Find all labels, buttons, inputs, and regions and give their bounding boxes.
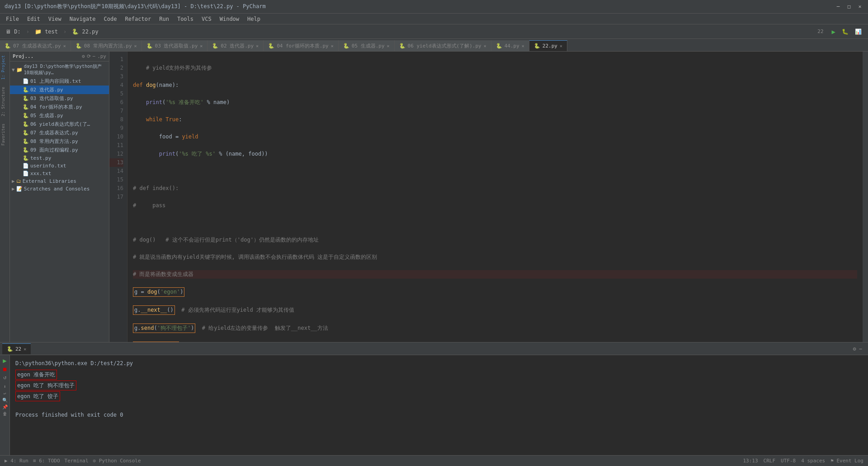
vtab-structure[interactable]: 2: Structure	[0, 83, 9, 120]
output-box-2: egon 吃了 狗不理包子	[15, 380, 76, 390]
menu-run[interactable]: Run	[156, 15, 173, 23]
run-tab-bar: 🐍 22 ✕ ⚙ −	[0, 342, 868, 355]
toolbar-folder[interactable]: 📁 test	[33, 28, 60, 36]
tab-08-builtin[interactable]: 🐍 08 常用内置方法.py ✕	[71, 40, 142, 51]
title-bar: day13 [D:\python教学\python脱产10期视频\day13\代…	[0, 0, 868, 14]
status-python-console[interactable]: ⊙ Python Console	[93, 458, 141, 464]
menu-view[interactable]: View	[45, 15, 65, 23]
tree-external-libs[interactable]: ▶ 🗂 External Libraries	[10, 177, 109, 185]
settings-icon[interactable]: ⚙	[853, 346, 856, 352]
toolbar-drive[interactable]: 🖥 D:	[4, 28, 23, 36]
tab-44[interactable]: 🐍 44.py ✕	[491, 40, 529, 51]
gear-icon[interactable]: ⚙	[82, 53, 85, 59]
tab-03-iter[interactable]: 🐍 03 迭代器取值.py ✕	[142, 40, 208, 51]
toolbar-file[interactable]: 🐍 22.py	[70, 28, 100, 36]
code-line-15: g.__next__() # 必须先将代码运行至yield 才能够为其传值	[133, 305, 857, 315]
txt-icon-userinfo: 📄	[23, 163, 29, 169]
tab-close-05[interactable]: ✕	[387, 43, 390, 48]
tree-file-01[interactable]: 📄 01 上周内容回顾.txt	[10, 77, 109, 86]
run-trash-icon[interactable]: 🗑	[3, 411, 7, 416]
tab-06-yield[interactable]: 🐍 06 yield表达式形式(了解).py ✕	[395, 40, 491, 51]
tree-scratches[interactable]: ▶ 📝 Scratches and Consoles	[10, 185, 109, 193]
minimize-button[interactable]: ─	[835, 3, 842, 10]
status-terminal[interactable]: Terminal	[65, 458, 89, 464]
tab-close-06[interactable]: ✕	[484, 43, 486, 48]
run-scroll-icon[interactable]: ⬇	[3, 384, 6, 389]
menu-window[interactable]: Window	[216, 15, 243, 23]
run-wrap-icon[interactable]: ↩	[3, 391, 6, 396]
tab-05-gen[interactable]: 🐍 05 生成器.py ✕	[339, 40, 395, 51]
menu-code[interactable]: Code	[100, 15, 121, 23]
status-indent[interactable]: 4 spaces	[801, 458, 825, 464]
run-tab-close[interactable]: ✕	[24, 347, 26, 352]
tab-close-04[interactable]: ✕	[331, 43, 334, 48]
status-run[interactable]: ▶ 4: Run	[5, 458, 28, 464]
tab-07-gen[interactable]: 🐍 07 生成器表达式.py ✕	[0, 40, 71, 51]
tab-icon-05: 🐍	[343, 43, 349, 49]
py-icon-07: 🐍	[23, 130, 29, 136]
tab-02-iter[interactable]: 🐍 02 迭代器.py ✕	[208, 40, 264, 51]
sync-icon[interactable]: ⟳	[87, 53, 91, 59]
tree-file-xxx[interactable]: 📄 xxx.txt	[10, 170, 109, 177]
tree-file-userinfo[interactable]: 📄 userinfo.txt	[10, 162, 109, 170]
run-pin-icon[interactable]: 📌	[2, 404, 8, 409]
line-num-17: 17	[109, 193, 123, 201]
tab-close-22[interactable]: ✕	[560, 43, 562, 48]
run-play-icon[interactable]: ▶	[3, 357, 6, 364]
tree-root[interactable]: ▼ 📁 day13 D:\python教学\python脱产10期视频\py…	[10, 62, 109, 77]
tab-close-03[interactable]: ✕	[200, 43, 203, 48]
line-num-3: 3	[109, 72, 123, 81]
tab-icon-08: 🐍	[75, 43, 82, 49]
menu-tools[interactable]: Tools	[174, 15, 197, 23]
tree-file-04[interactable]: 🐍 04 for循环的本质.py	[10, 103, 109, 111]
tab-icon-02: 🐍	[212, 43, 218, 49]
menu-file[interactable]: File	[2, 15, 23, 23]
tree-file-03[interactable]: 🐍 03 迭代器取值.py	[10, 94, 109, 103]
tab-22-active[interactable]: 🐍 22.py ✕	[529, 40, 567, 51]
window-controls: ─ □ ✕	[835, 3, 863, 10]
tree-file-test[interactable]: 🐍 test.py	[10, 154, 109, 162]
run-button[interactable]: ▶	[832, 28, 835, 35]
line-num-2: 2	[109, 64, 123, 72]
collapse-icon[interactable]: −	[93, 53, 96, 59]
expand-icon-ext: ▶	[12, 178, 15, 184]
vtab-favorites[interactable]: Favorites	[0, 120, 9, 149]
run-tab-icon: 🐍	[7, 346, 13, 352]
debug-button[interactable]: 🐛	[842, 29, 849, 35]
status-crlf[interactable]: CRLF	[764, 458, 776, 464]
run-stop-icon[interactable]: ■	[3, 366, 6, 372]
tab-close-44[interactable]: ✕	[522, 43, 524, 48]
tab-close-02[interactable]: ✕	[256, 43, 259, 48]
menu-edit[interactable]: Edit	[24, 15, 44, 23]
coverage-button[interactable]: 📊	[855, 29, 862, 35]
tab-04-for[interactable]: 🐍 04 for循环的本质.py ✕	[264, 40, 339, 51]
tree-file-05[interactable]: 🐍 05 生成器.py	[10, 111, 109, 120]
maximize-button[interactable]: □	[845, 3, 853, 10]
run-rerun-icon[interactable]: ↺	[3, 374, 6, 380]
tree-file-02[interactable]: 🐍 02 迭代器.py	[10, 86, 109, 94]
status-todo[interactable]: ≡ 6: TODO	[33, 458, 60, 464]
status-event-log[interactable]: ⚑ Event Log	[830, 458, 863, 464]
run-output: D:\python36\python.exe D:/test/22.py ego…	[10, 355, 868, 455]
project-tree: ▼ 📁 day13 D:\python教学\python脱产10期视频\py… …	[10, 62, 109, 342]
run-filter-icon[interactable]: 🔍	[2, 398, 8, 403]
menu-vcs[interactable]: VCS	[198, 15, 215, 23]
tab-close-08[interactable]: ✕	[134, 43, 137, 48]
code-editor[interactable]: # yield支持外界为其传参 def dog(name): print('%s…	[127, 52, 863, 342]
vtab-project[interactable]: 1: Project	[0, 52, 9, 83]
py-icon-09: 🐍	[23, 147, 29, 153]
menu-refactor[interactable]: Refactor	[121, 15, 155, 23]
tree-file-07[interactable]: 🐍 07 生成器表达式.py	[10, 128, 109, 137]
menu-navigate[interactable]: Navigate	[66, 15, 99, 23]
close-button[interactable]: ✕	[856, 3, 863, 10]
minimize-panel-icon[interactable]: −	[859, 346, 862, 352]
run-tab-22[interactable]: 🐍 22 ✕	[2, 343, 31, 354]
status-encoding[interactable]: UTF-8	[781, 458, 796, 464]
menu-help[interactable]: Help	[244, 15, 264, 23]
tree-file-09[interactable]: 🐍 09 面向过程编程.py	[10, 146, 109, 154]
tab-close-07[interactable]: ✕	[63, 43, 66, 48]
tree-file-08[interactable]: 🐍 08 常用内置方法.py	[10, 137, 109, 146]
line-num-12: 12	[109, 150, 123, 158]
tree-file-06[interactable]: 🐍 06 yield表达式形式(了…	[10, 120, 109, 128]
settings-icon[interactable]: .py	[97, 53, 106, 59]
